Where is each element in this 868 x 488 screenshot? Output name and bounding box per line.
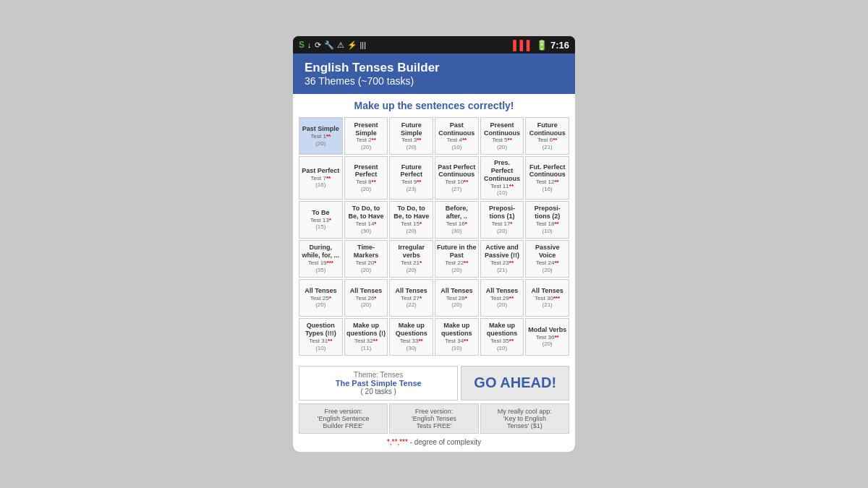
grid-cell-r3c5[interactable]: Passive Voice Test 24** (20) (525, 240, 569, 278)
grid-cell-r3c3[interactable]: Future in the Past Test 22** (20) (435, 240, 479, 278)
cell-test: Test 19*** (308, 260, 333, 267)
cell-count: (21) (497, 267, 507, 274)
free-btn-2[interactable]: Free version:'English TensesTests FREE' (389, 403, 478, 434)
grid-cell-r2c1[interactable]: To Do, to Be, to Have Test 14* (30) (344, 201, 388, 239)
cell-title: Present Perfect (346, 163, 386, 179)
grid-cell-r5c2[interactable]: Make up Questions Test 33** (30) (389, 318, 433, 356)
cell-count: (11) (361, 345, 371, 352)
cell-title: Question Types (!!!) (301, 322, 341, 338)
cell-title: All Tenses (486, 287, 518, 295)
cell-count: (20) (361, 301, 371, 309)
cell-count: (20) (407, 228, 417, 235)
status-icons-left: S ↓ ⟳ 🔧 ⚠ ⚡ ||| (299, 40, 366, 50)
cell-test: Test 5** (492, 137, 512, 144)
theme-info-panel: Theme: Tenses The Past Simple Tense ( 20… (299, 366, 458, 401)
phone-frame: S ↓ ⟳ 🔧 ⚠ ⚡ ||| ▌▌▌ 🔋 7:16 English Tense… (293, 36, 575, 452)
cell-title: Future Continuous (527, 121, 567, 137)
app-body: Make up the sentences correctly! Past Si… (293, 94, 575, 361)
cell-title: Passive Voice (527, 244, 567, 260)
cell-test: Test 35** (490, 338, 514, 345)
grid-cell-r4c0[interactable]: All Tenses Test 25* (20) (299, 279, 343, 317)
grid-cell-r1c4[interactable]: Pres. Perfect Continuous Test 11** (10) (480, 156, 524, 200)
grid-cell-r2c5[interactable]: Preposi-tions (2) Test 18** (10) (525, 201, 569, 239)
theme-label: Theme: Tenses (304, 371, 453, 379)
grid-cell-r5c4[interactable]: Make up questions Test 35** (10) (480, 318, 524, 356)
app-header: English Tenses Builder 36 Themes (~700 t… (293, 53, 575, 94)
cell-count: (20) (451, 267, 461, 274)
cell-count: (10) (542, 228, 553, 235)
cell-count: (30) (407, 345, 417, 352)
cell-count: (20) (361, 267, 371, 274)
grid-cell-r1c3[interactable]: Past Perfect Continuous Test 10** (27) (435, 156, 479, 200)
cell-count: (21) (542, 301, 553, 309)
grid-cell-r1c2[interactable]: Future Perfect Test 9** (23) (389, 156, 433, 200)
cell-count: (23) (407, 186, 417, 193)
grid-cell-r0c4[interactable]: Present Continuous Test 5** (20) (480, 117, 524, 155)
grid-cell-r5c1[interactable]: Make up questions (!) Test 32** (11) (344, 318, 388, 356)
cell-title: During, while, for, ... (301, 244, 341, 260)
cell-count: (20) (497, 228, 507, 235)
grid-cell-r4c2[interactable]: All Tenses Test 27* (22) (389, 279, 433, 317)
grid-cell-r5c0[interactable]: Question Types (!!!) Test 31** (10) (299, 318, 343, 356)
theme-tasks: ( 20 tasks ) (304, 388, 453, 395)
grid-cell-r4c4[interactable]: All Tenses Test 29** (20) (480, 279, 524, 317)
grid-cell-r2c2[interactable]: To Do, to Be, to Have Test 15* (20) (389, 201, 433, 239)
grid-cell-r2c4[interactable]: Preposi-tions (1) Test 17* (20) (480, 201, 524, 239)
grid-cell-r2c3[interactable]: Before, after, .. Test 16* (30) (435, 201, 479, 239)
grid-cell-r1c0[interactable]: Past Perfect Test 7** (16) (299, 156, 343, 200)
grid-cell-r0c2[interactable]: Future Simple Test 3** (20) (389, 117, 433, 155)
cell-test: Test 10** (445, 179, 468, 186)
cell-count: (21) (542, 144, 553, 151)
cell-count: (30) (361, 228, 371, 235)
cell-count: (20) (497, 144, 507, 151)
cell-title: Make up Questions (391, 322, 431, 338)
instruction-text: Make up the sentences correctly! (299, 100, 569, 111)
grid-cell-r3c4[interactable]: Active and Passive (!!) Test 23** (21) (480, 240, 524, 278)
signal-icon: ||| (360, 40, 367, 49)
degree-note: *,**,*** - degree of complexity (299, 437, 569, 448)
free-btn-3[interactable]: My really cool app:'Key to EnglishTenses… (480, 403, 569, 434)
cell-title: To Do, to Be, to Have (391, 205, 431, 221)
grid-cell-r1c5[interactable]: Fut. Perfect Continuous Test 12** (16) (525, 156, 569, 200)
cell-test: Test 7** (311, 175, 331, 182)
cell-count: (16) (542, 186, 553, 193)
cell-title: Preposi-tions (1) (482, 205, 522, 221)
theme-name: The Past Simple Tense (304, 379, 453, 388)
grid-cell-r4c3[interactable]: All Tenses Test 28* (20) (435, 279, 479, 317)
cell-count: (16) (315, 181, 326, 189)
grid-cell-r0c5[interactable]: Future Continuous Test 6** (21) (525, 117, 569, 155)
cell-test: Test 20* (356, 260, 377, 267)
cell-count: (30) (451, 228, 461, 235)
cell-title: Preposi-tions (2) (527, 205, 567, 221)
cell-count: (22) (407, 301, 417, 309)
grid-cell-r5c3[interactable]: Make up questions Test 34** (10) (435, 318, 479, 356)
cell-test: Test 13* (310, 217, 331, 224)
cell-test: Test 12** (536, 179, 559, 186)
grid-cell-r1c1[interactable]: Present Perfect Test 8** (20) (344, 156, 388, 200)
cell-title: All Tenses (395, 287, 427, 295)
cell-test: Test 16* (446, 221, 467, 228)
cell-test: Test 9** (401, 179, 422, 186)
grid-cell-r3c1[interactable]: Time-Markers Test 20* (20) (344, 240, 388, 278)
grid-cell-r0c1[interactable]: Present Simple Test 2** (20) (344, 117, 388, 155)
grid-cell-r0c0[interactable]: Past Simple Test 1** (20) (299, 117, 343, 155)
grid-cell-r5c5[interactable]: Modal Verbs Test 36** (20) (525, 318, 569, 356)
cell-count: (20) (542, 267, 553, 274)
grid-cell-r0c3[interactable]: Past Continuous Test 4** (10) (435, 117, 479, 155)
cell-test: Test 1** (311, 133, 331, 140)
sync-icon: ⟳ (315, 40, 321, 50)
cell-test: Test 36** (536, 334, 559, 341)
grid-cell-r2c0[interactable]: To Be Test 13* (15) (299, 201, 343, 239)
degree-text: - degree of complexity (410, 438, 481, 446)
cell-title: Make up questions (!) (346, 322, 386, 338)
cell-title: Past Perfect (302, 167, 339, 175)
grid-cell-r3c2[interactable]: Irregular verbs Test 21* (20) (389, 240, 433, 278)
cell-count: (20) (407, 144, 417, 151)
grid-cell-r4c1[interactable]: All Tenses Test 26* (20) (344, 279, 388, 317)
grid-cell-r4c5[interactable]: All Tenses Test 30*** (21) (525, 279, 569, 317)
grid-cell-r3c0[interactable]: During, while, for, ... Test 19*** (35) (299, 240, 343, 278)
go-ahead-button[interactable]: GO AHEAD! (461, 366, 569, 401)
free-btn-1[interactable]: Free version:'English SentenceBuilder FR… (299, 403, 388, 434)
cell-count: (20) (407, 267, 417, 274)
cell-title: Past Continuous (437, 121, 477, 137)
